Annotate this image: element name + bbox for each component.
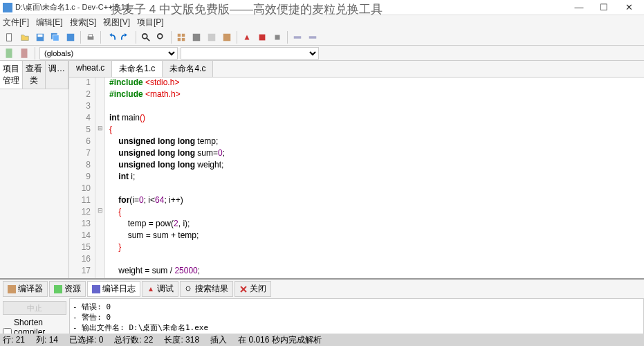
compile-run-icon[interactable] bbox=[205, 30, 219, 44]
status-bar: 行: 21 列: 14 已选择: 0 总行数: 22 长度: 318 插入 在 … bbox=[0, 334, 644, 346]
replace-icon[interactable] bbox=[154, 30, 168, 44]
svg-rect-25 bbox=[54, 285, 62, 293]
print-icon[interactable] bbox=[84, 30, 98, 44]
save-as-icon[interactable] bbox=[64, 30, 77, 44]
file-tab-3[interactable]: 未命名4.c bbox=[163, 61, 213, 77]
redo-icon[interactable] bbox=[119, 30, 133, 44]
goto-icon[interactable] bbox=[18, 47, 30, 60]
svg-rect-17 bbox=[223, 33, 231, 41]
btab-compiler[interactable]: 编译器 bbox=[3, 281, 48, 297]
save-all-icon[interactable] bbox=[48, 30, 62, 44]
svg-rect-19 bbox=[275, 35, 280, 39]
svg-rect-7 bbox=[89, 34, 92, 37]
svg-rect-12 bbox=[182, 33, 185, 36]
file-tab-1[interactable]: wheat.c bbox=[69, 61, 112, 77]
btab-close[interactable]: 关闭 bbox=[234, 281, 271, 297]
abort-button[interactable]: 中止 bbox=[3, 301, 66, 315]
svg-line-9 bbox=[147, 37, 149, 40]
tool-icon[interactable] bbox=[291, 30, 304, 44]
svg-rect-5 bbox=[67, 33, 75, 41]
svg-rect-11 bbox=[178, 33, 181, 36]
svg-rect-18 bbox=[259, 34, 266, 40]
toolbar-class: (globals) bbox=[0, 46, 644, 61]
btab-resource[interactable]: 资源 bbox=[49, 281, 86, 297]
undo-icon[interactable] bbox=[104, 30, 118, 44]
svg-point-10 bbox=[158, 33, 163, 38]
file-tab-2[interactable]: 未命名1.c bbox=[112, 61, 163, 77]
svg-point-27 bbox=[186, 286, 190, 291]
debug-icon[interactable] bbox=[240, 30, 254, 44]
status-done: 在 0.016 秒内完成解析 bbox=[238, 334, 322, 346]
svg-rect-22 bbox=[6, 48, 12, 58]
left-panel: 项目管理 查看类 调… bbox=[0, 61, 69, 278]
open-icon[interactable] bbox=[18, 30, 32, 44]
titlebar: D:\桌面\未命名1.c - Dev-C++ 5.11 — ☐ ✕ bbox=[0, 0, 644, 15]
save-icon[interactable] bbox=[33, 30, 47, 44]
svg-rect-24 bbox=[8, 285, 16, 293]
svg-rect-23 bbox=[21, 48, 28, 58]
svg-rect-16 bbox=[208, 33, 216, 41]
close-button[interactable]: ✕ bbox=[616, 1, 641, 15]
status-len: 长度: 318 bbox=[164, 334, 199, 346]
svg-rect-14 bbox=[182, 37, 185, 40]
menu-view[interactable]: 视图[V] bbox=[103, 17, 130, 28]
status-col: 列: 14 bbox=[36, 334, 58, 346]
svg-rect-26 bbox=[92, 285, 100, 293]
svg-point-8 bbox=[142, 33, 147, 38]
menu-file[interactable]: 文件[F] bbox=[3, 17, 29, 28]
window-title: D:\桌面\未命名1.c - Dev-C++ 5.11 bbox=[15, 2, 567, 12]
bookmark-icon[interactable] bbox=[3, 47, 15, 60]
svg-rect-4 bbox=[53, 35, 59, 41]
status-total: 总行数: 22 bbox=[114, 334, 153, 346]
status-line: 行: 21 bbox=[3, 334, 25, 346]
profile-icon[interactable] bbox=[270, 30, 284, 44]
menubar: 文件[F] 编辑[E] 搜索[S] 视图[V] 项目[P] bbox=[0, 15, 644, 29]
svg-rect-15 bbox=[193, 33, 201, 41]
svg-rect-0 bbox=[7, 33, 12, 41]
svg-rect-13 bbox=[178, 37, 181, 40]
tab-classes[interactable]: 查看类 bbox=[23, 61, 46, 89]
toolbar-main bbox=[0, 29, 644, 46]
btab-debug[interactable]: 调试 bbox=[142, 281, 178, 297]
menu-search[interactable]: 搜索[S] bbox=[70, 17, 97, 28]
btab-log[interactable]: 编译日志 bbox=[87, 281, 140, 297]
class-selector[interactable]: (globals) bbox=[39, 47, 178, 60]
menu-edit[interactable]: 编辑[E] bbox=[36, 17, 63, 28]
maximize-button[interactable]: ☐ bbox=[591, 1, 616, 15]
tab-debug[interactable]: 调… bbox=[46, 61, 68, 89]
status-insert: 插入 bbox=[210, 334, 227, 346]
file-tabs: wheat.c 未命名1.c 未命名4.c bbox=[69, 61, 644, 78]
btab-find[interactable]: 搜索结果 bbox=[180, 281, 233, 297]
member-selector[interactable] bbox=[181, 47, 319, 60]
new-file-icon[interactable] bbox=[3, 30, 17, 44]
rebuild-icon[interactable] bbox=[220, 30, 234, 44]
menu-project[interactable]: 项目[P] bbox=[137, 17, 164, 28]
code-editor[interactable]: 1#include <stdio.h> 2#include <math.h> 3… bbox=[69, 78, 644, 278]
run-icon[interactable] bbox=[190, 30, 203, 44]
svg-rect-2 bbox=[38, 34, 43, 37]
tab-project[interactable]: 项目管理 bbox=[0, 61, 23, 89]
find-icon[interactable] bbox=[139, 30, 153, 44]
svg-rect-21 bbox=[309, 36, 317, 39]
compile-icon[interactable] bbox=[174, 30, 188, 44]
status-sel: 已选择: 0 bbox=[69, 334, 103, 346]
minimize-button[interactable]: — bbox=[567, 1, 591, 15]
bottom-panel: 编译器 资源 编译日志 调试 搜索结果 关闭 中止 Shorten compil… bbox=[0, 278, 644, 334]
svg-rect-20 bbox=[294, 36, 302, 39]
app-icon bbox=[3, 3, 12, 12]
stop-icon[interactable] bbox=[255, 30, 269, 44]
options-icon[interactable] bbox=[306, 30, 320, 44]
